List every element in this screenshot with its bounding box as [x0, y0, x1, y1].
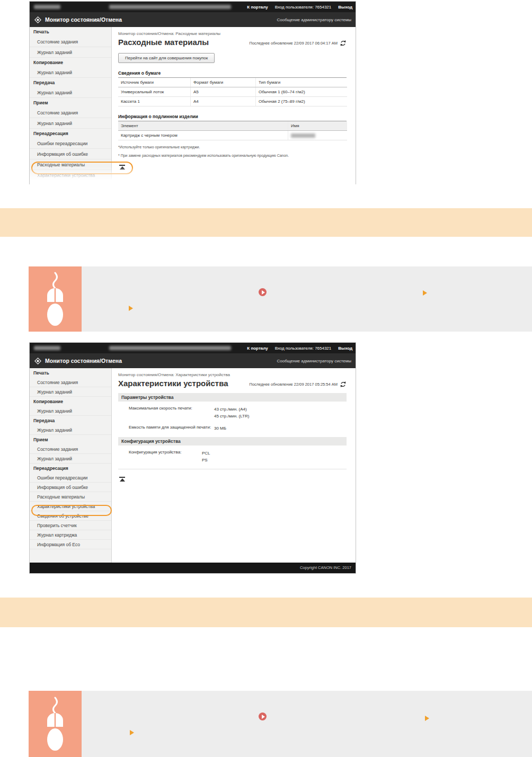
- sidebar-item-device-info[interactable]: Сведения об устройстве: [30, 511, 111, 521]
- sidebar-item-error-info[interactable]: Информация об ошибке: [30, 149, 111, 159]
- page-title: Характеристики устройства: [118, 379, 228, 388]
- sidebar-item-job-status[interactable]: Состояние задания: [30, 378, 111, 387]
- spec-value: 30 МБ: [214, 425, 226, 432]
- sidebar-section-forward: Переадресация: [30, 129, 111, 138]
- sidebar-item-rx-job-log[interactable]: Журнал заданий: [30, 118, 111, 129]
- app-title-bar: Монитор состояния/Отмена Сообщение админ…: [30, 12, 356, 27]
- browser-top-strip: К порталу Вход пользователя: 7654321 Вых…: [30, 2, 356, 12]
- sidebar-item-copy-job-log[interactable]: Журнал заданий: [30, 67, 111, 78]
- spec-label: Максимальная скорость печати:: [118, 406, 214, 420]
- sidebar-section-print: Печать: [30, 27, 111, 37]
- sidebar-section-forward: Переадресация: [30, 464, 111, 473]
- spec-value: PS: [202, 457, 210, 464]
- to-portal-link[interactable]: К порталу: [247, 346, 268, 351]
- sidebar-item-tx-job-log[interactable]: Журнал заданий: [30, 425, 111, 435]
- sidebar-item-consumables[interactable]: Расходные материалы: [30, 492, 111, 502]
- app-title: Монитор состояния/Отмена: [45, 358, 122, 364]
- step-arrow-icon: [129, 306, 133, 311]
- spec-row-config: Конфигурация устройства: PCL PS: [118, 450, 356, 464]
- copyright-footer: Copyright CANON INC. 2017: [30, 563, 356, 573]
- refresh-icon[interactable]: [340, 381, 347, 388]
- table-row: Кассета 1 A4 Обычная 2 (75–89 г/м2): [118, 97, 347, 106]
- device-config-header: Конфигурация устройства: [118, 437, 347, 446]
- genuine-col-name: Имя: [288, 121, 347, 130]
- mouse-procedure-badge: [29, 691, 82, 757]
- breadcrumb: Монитор состояния/Отмена: Характеристики…: [118, 372, 347, 377]
- user-id: 7654321: [315, 5, 331, 10]
- sidebar-item-tx-job-log[interactable]: Журнал заданий: [30, 87, 111, 98]
- shop-site-button[interactable]: Перейти на сайт для совершения покупок: [118, 53, 215, 63]
- login-user-label: Вход пользователя: 7654321: [275, 5, 332, 10]
- remote-ui-screenshot-device-features: К порталу Вход пользователя: 7654321 Вых…: [29, 342, 356, 574]
- step-arrow-icon: [130, 730, 134, 735]
- sidebar-item-cartridge-log[interactable]: Журнал картриджа: [30, 530, 111, 540]
- sidebar-item-job-log[interactable]: Журнал заданий: [30, 387, 111, 397]
- manual-page: К порталу Вход пользователя: 7654321 Вых…: [0, 0, 532, 757]
- mouse-procedure-badge: [29, 266, 82, 332]
- section-divider: [118, 469, 347, 469]
- refresh-icon[interactable]: [340, 40, 347, 47]
- redacted-cartridge-name: [291, 133, 315, 138]
- sidebar-menu: Печать Состояние задания Журнал заданий …: [30, 27, 112, 184]
- spec-row-memory: Емкость памяти для защищенной печати: 30…: [118, 425, 356, 432]
- logout-link[interactable]: Выход: [338, 346, 352, 351]
- to-portal-link[interactable]: К порталу: [247, 5, 268, 10]
- link-icon[interactable]: [259, 713, 267, 720]
- redacted-series-name: [109, 346, 231, 350]
- device-params-header: Параметры устройства: [118, 393, 347, 402]
- spec-value: PCL: [202, 450, 210, 457]
- procedure-step-body: [82, 266, 532, 332]
- spec-row-speed: Максимальная скорость печати: 43 стр./ми…: [118, 406, 356, 420]
- sidebar-item-eco-info[interactable]: Информация об Eco: [30, 540, 111, 549]
- procedure-step-body: [82, 691, 532, 757]
- redacted-series-name: [109, 5, 231, 9]
- footnote: * При замене расходных материалов рекоме…: [118, 154, 347, 157]
- sidebar-menu: Печать Состояние задания Журнал заданий …: [30, 368, 112, 563]
- admin-message-link[interactable]: Сообщение администратору системы: [277, 12, 351, 27]
- step-arrow-icon: [423, 290, 427, 296]
- link-icon[interactable]: [259, 288, 267, 296]
- genuine-table: Элемент Имя Картридж с черным тонером: [118, 121, 347, 140]
- sidebar-item-check-counter[interactable]: Проверить счетчик: [30, 521, 111, 530]
- sidebar-item-forward-errors[interactable]: Ошибки переадресации: [30, 138, 111, 149]
- spec-label: Емкость памяти для защищенной печати:: [118, 425, 214, 432]
- section-heading-band: [0, 598, 532, 627]
- sidebar-item-device-features[interactable]: Характеристики устройства: [30, 502, 111, 511]
- login-user-label: Вход пользователя: 7654321: [275, 346, 332, 351]
- redacted-model-name: [34, 5, 60, 9]
- sidebar-item-copy-job-log[interactable]: Журнал заданий: [30, 406, 111, 416]
- logout-link[interactable]: Выход: [338, 5, 352, 10]
- sidebar-section-tx: Передача: [30, 416, 111, 425]
- back-to-top-icon[interactable]: [119, 477, 125, 482]
- mouse-icon: [40, 697, 70, 752]
- sidebar-section-print: Печать: [30, 368, 111, 378]
- admin-message-link[interactable]: Сообщение администратору системы: [277, 353, 351, 368]
- redacted-model-name: [34, 346, 60, 350]
- remote-ui-logo-icon: [34, 357, 42, 365]
- sidebar-item-job-log[interactable]: Журнал заданий: [30, 47, 111, 58]
- genuine-section-title: Информация о подлинном изделии: [118, 114, 347, 121]
- genuine-col-item: Элемент: [118, 121, 288, 130]
- table-row: Универсальный лоток A5 Обычная 1 (60–74 …: [118, 87, 347, 97]
- app-title: Монитор состояния/Отмена: [45, 16, 122, 23]
- page-content: Монитор состояния/Отмена: Расходные мате…: [112, 27, 356, 184]
- sidebar-item-forward-errors[interactable]: Ошибки переадресации: [30, 473, 111, 483]
- paper-col-format: Формат бумаги: [190, 78, 255, 87]
- procedure-step-block: [29, 691, 532, 757]
- sidebar-item-rx-job-status[interactable]: Состояние задания: [30, 108, 111, 118]
- sidebar-item-job-status[interactable]: Состояние задания: [30, 37, 111, 47]
- paper-section-title: Сведения о бумаге: [118, 70, 347, 78]
- spec-value: 43 стр./мин. (A4): [214, 406, 249, 413]
- sidebar-item-error-info[interactable]: Информация об ошибке: [30, 483, 111, 492]
- page-content: Монитор состояния/Отмена: Характеристики…: [112, 368, 356, 573]
- spec-value: 45 стр./мин. (LTR): [214, 413, 249, 420]
- sidebar-item-rx-job-log[interactable]: Журнал заданий: [30, 454, 111, 464]
- sidebar-item-rx-job-status[interactable]: Состояние задания: [30, 444, 111, 454]
- last-update-text: Последнее обновление 22/09 2017 06:04:17…: [249, 41, 338, 46]
- mouse-icon: [40, 272, 70, 327]
- breadcrumb: Монитор состояния/Отмена: Расходные мате…: [118, 31, 347, 36]
- table-row: Картридж с черным тонером: [118, 131, 347, 140]
- step-arrow-icon: [425, 716, 429, 721]
- browser-top-strip: К порталу Вход пользователя: 7654321 Вых…: [30, 343, 356, 353]
- remote-ui-screenshot-consumables: К порталу Вход пользователя: 7654321 Вых…: [29, 1, 356, 184]
